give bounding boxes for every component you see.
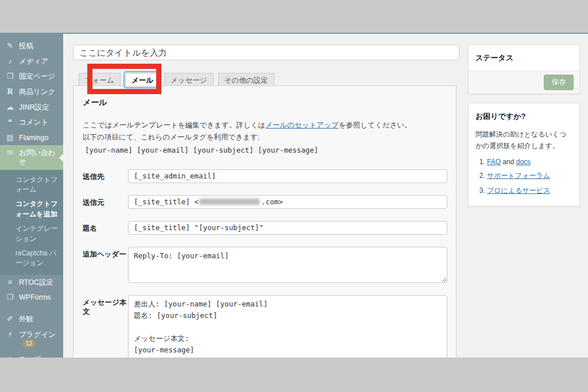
sidebar-item-label: 固定ページ: [19, 72, 55, 81]
mail-tags-intro: 以下の項目にて、これらのメールタグを利用できます:: [83, 131, 447, 143]
media-icon: [5, 57, 15, 66]
list-icon: [5, 278, 15, 287]
sidebar-item-plugins[interactable]: プラグイン12: [0, 327, 63, 352]
submenu-item-integration[interactable]: インテグレーション: [0, 222, 63, 246]
sidebar-item-posts[interactable]: 投稿: [0, 38, 63, 54]
save-button[interactable]: 保存: [544, 75, 574, 90]
mail-to-input[interactable]: [128, 169, 447, 183]
mail-from-input[interactable]: [_site_title] <.com>: [128, 195, 447, 209]
description-text: ここではメールテンプレートを編集できます。詳しくは: [83, 121, 265, 129]
faq-link[interactable]: FAQ: [487, 158, 501, 166]
docs-link[interactable]: docs: [516, 158, 531, 166]
mail-body-textarea[interactable]: 差出人: [your-name] [your-email] 題名: [your-…: [128, 295, 447, 358]
mail-headers-textarea[interactable]: Reply-To: [your-email]: [128, 247, 447, 283]
editor-tabs: フォーム メール メッセージ その他の設定: [79, 73, 279, 87]
contact-submenu: コンタクトフォーム コンタクトフォームを追加 インテグレーション reCaptc…: [0, 170, 63, 275]
help-links-list: FAQ and docs サポートフォーラム プロによるサービス: [469, 158, 579, 196]
status-panel-footer: 保存: [469, 71, 579, 94]
tab-messages[interactable]: メッセージ: [164, 73, 214, 87]
form-icon: [5, 293, 15, 302]
sidebar-item-media[interactable]: メディア: [0, 54, 63, 69]
mail-headers-label: 追加ヘッダー: [83, 247, 128, 283]
user-icon: [5, 355, 15, 358]
submenu-item-recaptcha[interactable]: reCaptcha バージョン: [0, 246, 63, 271]
pin-icon: [5, 41, 15, 51]
sidebar-item-jinr[interactable]: JINR設定: [0, 100, 63, 115]
support-forum-link[interactable]: サポートフォーラム: [487, 172, 550, 180]
comments-icon: [5, 118, 15, 127]
help-list-item: FAQ and docs: [487, 158, 572, 166]
sidebar-item-comments[interactable]: コメント: [0, 115, 63, 130]
mail-setup-link[interactable]: メールのセットアップ: [265, 121, 339, 129]
rinker-icon: [5, 87, 15, 96]
wordpress-admin-window: 投稿 メディア 固定ページ 商品リンク JINR設定 コメント: [0, 33, 588, 358]
form-title-input[interactable]: [73, 45, 459, 60]
sidebar-item-label: プラグイン: [19, 331, 56, 339]
flamingo-icon: [5, 133, 15, 142]
jinr-icon: [5, 103, 15, 112]
help-list-item: サポートフォーラム: [487, 171, 572, 181]
submenu-item-add-contact-form[interactable]: コンタクトフォームを追加: [0, 197, 63, 222]
right-sidebar: ステータス 保存 お困りですか? 問題解決の助けとなるいくつかの選択肢を紹介しま…: [468, 44, 580, 207]
admin-sidebar: 投稿 メディア 固定ページ 商品リンク JINR設定 コメント: [0, 34, 63, 358]
status-panel-title: ステータス: [469, 45, 579, 71]
status-panel: ステータス 保存: [468, 44, 580, 94]
sidebar-item-label: WPForms: [19, 293, 51, 302]
mail-body-label: メッセージ本文: [83, 295, 128, 358]
help-panel: お困りですか? 問題解決の助けとなるいくつかの選択肢を紹介します。 FAQ an…: [468, 103, 580, 207]
sidebar-item-label: メディア: [19, 57, 48, 67]
help-panel-intro: 問題解決の助けとなるいくつかの選択肢を紹介します。: [469, 129, 579, 152]
sidebar-item-label: お問い合わせ: [19, 148, 60, 166]
help-list-item: プロによるサービス: [487, 186, 572, 196]
mail-icon: [5, 148, 15, 157]
tab-form[interactable]: フォーム: [79, 73, 121, 87]
sidebar-item-label: 投稿: [19, 41, 33, 51]
mail-subject-input[interactable]: [128, 221, 447, 235]
mail-subject-label: 題名: [83, 221, 128, 235]
professional-services-link[interactable]: プロによるサービス: [487, 187, 550, 195]
sidebar-item-label: 商品リンク: [19, 87, 55, 97]
sidebar-item-label: RTOC設定: [19, 278, 53, 288]
sidebar-item-label: 外観: [19, 315, 33, 324]
sidebar-item-label: JINR設定: [19, 103, 49, 112]
submenu-item-contact-forms[interactable]: コンタクトフォーム: [0, 173, 63, 197]
panel-title: メール: [83, 98, 447, 108]
mail-settings-panel: メール ここではメールテンプレートを編集できます。詳しくはメールのセットアップを…: [73, 86, 457, 358]
tab-additional-settings[interactable]: その他の設定: [218, 73, 274, 87]
sidebar-item-flamingo[interactable]: Flamingo: [0, 130, 63, 146]
sidebar-item-contact[interactable]: お問い合わせ: [0, 145, 63, 169]
plug-icon: [5, 330, 15, 339]
panel-description: ここではメールテンプレートを編集できます。詳しくはメールのセットアップを参照して…: [83, 119, 447, 131]
description-text: を参照してください。: [339, 121, 412, 129]
help-item-text: and: [501, 158, 516, 166]
plugins-update-badge: 12: [22, 339, 36, 348]
redacted-email: [199, 199, 260, 205]
mail-tags-list: [your-name] [your-email] [your-subject] …: [83, 146, 447, 154]
mail-from-suffix: .com>: [261, 197, 283, 206]
pages-icon: [5, 72, 15, 81]
sidebar-item-rinker[interactable]: 商品リンク: [0, 84, 63, 100]
sidebar-separator: [0, 305, 63, 312]
mail-from-prefix: [_site_title] <: [134, 197, 199, 206]
tab-mail[interactable]: メール: [125, 73, 160, 87]
mail-from-label: 送信元: [83, 195, 128, 209]
brush-icon: [5, 315, 15, 324]
sidebar-item-label: コメント: [19, 118, 48, 127]
main-content: フォーム メール メッセージ その他の設定 メール ここではメールテンプレートを…: [63, 34, 588, 358]
sidebar-item-users[interactable]: ユーザー: [0, 352, 63, 358]
sidebar-item-wpforms[interactable]: WPForms: [0, 290, 63, 305]
sidebar-item-appearance[interactable]: 外観: [0, 312, 63, 327]
sidebar-item-pages[interactable]: 固定ページ: [0, 69, 63, 84]
sidebar-item-rtoc[interactable]: RTOC設定: [0, 275, 63, 290]
mail-to-label: 送信先: [83, 169, 128, 183]
help-panel-title: お困りですか?: [469, 103, 579, 129]
sidebar-item-label: ユーザー: [19, 355, 48, 358]
sidebar-item-label: Flamingo: [19, 133, 48, 143]
